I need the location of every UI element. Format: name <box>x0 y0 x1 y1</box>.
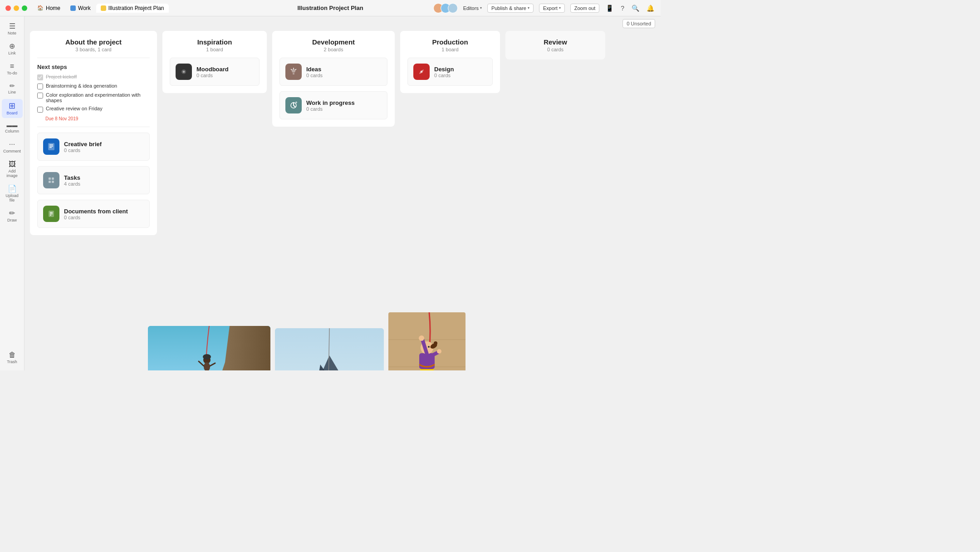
checkbox-brainstorm[interactable] <box>37 84 43 89</box>
sidebar-item-note[interactable]: ☰ Note <box>2 20 23 38</box>
title-bar: 🏠 Home Work Illustration Project Plan Sa… <box>0 0 661 16</box>
card-name-creative-brief: Creative brief <box>64 141 102 148</box>
work-icon <box>70 5 76 11</box>
illustration-icon <box>101 5 106 11</box>
card-info-tasks: Tasks 4 cards <box>64 174 80 187</box>
close-button[interactable] <box>5 5 11 11</box>
sidebar-item-addimage[interactable]: 🖼 Add image <box>2 158 23 181</box>
device-icon[interactable]: 📱 <box>605 4 614 13</box>
column-about-subtitle: 3 boards, 1 card <box>37 47 150 52</box>
svg-line-19 <box>291 69 292 70</box>
draw-icon: ✏ <box>9 210 15 217</box>
board-card-ideas[interactable]: Ideas 0 cards <box>279 58 387 86</box>
card-info-creative-brief: Creative brief 0 cards <box>64 141 102 153</box>
design-icon <box>413 64 430 80</box>
chevron-down-icon: ▾ <box>480 6 482 10</box>
board-card-wip[interactable]: Work in progress 0 cards <box>279 91 387 119</box>
sidebar-item-board[interactable]: ⊞ Board <box>2 99 23 118</box>
checklist-item-label: Color exploration and experimentation wi… <box>46 92 150 103</box>
svg-point-53 <box>428 346 430 348</box>
svg-point-55 <box>419 335 424 341</box>
card-count-tasks: 4 cards <box>64 181 80 187</box>
tab-home[interactable]: 🏠 Home <box>33 4 65 13</box>
sidebar-label-todo: To-do <box>7 71 17 75</box>
checkbox-done[interactable] <box>37 74 43 80</box>
climbing-photo-1 <box>148 326 270 370</box>
publish-share-button[interactable]: Publish & share ▾ <box>487 4 534 13</box>
svg-point-51 <box>434 341 437 345</box>
sidebar-item-line[interactable]: ✏ Line <box>2 80 23 97</box>
columns-row: About the project 3 boards, 1 card Next … <box>30 31 655 235</box>
zoom-out-button[interactable]: Zoom out <box>570 4 599 13</box>
export-button[interactable]: Export ▾ <box>539 4 565 13</box>
search-icon[interactable]: 🔍 <box>631 4 640 13</box>
sidebar-item-trash[interactable]: 🗑 Trash <box>2 349 23 367</box>
notification-icon[interactable]: 🔔 <box>646 4 655 13</box>
tasks-icon <box>43 172 59 188</box>
sidebar-item-comment[interactable]: ··· Comment <box>2 138 23 156</box>
editors-label: Editors <box>463 5 479 11</box>
wip-icon <box>285 97 302 113</box>
home-icon: 🏠 <box>37 5 44 11</box>
svg-line-18 <box>295 69 296 70</box>
column-about-title: About the project <box>37 38 150 46</box>
svg-rect-7 <box>52 181 54 183</box>
trash-icon: 🗑 <box>9 351 16 359</box>
chevron-down-icon: ▾ <box>528 6 529 10</box>
publish-share-label: Publish & share <box>491 5 526 11</box>
sidebar-item-uploadfile[interactable]: 📄 Upload file <box>2 182 23 205</box>
editors-button[interactable]: Editors ▾ <box>463 5 482 11</box>
column-development-subtitle: 2 boards <box>279 47 387 52</box>
help-icon[interactable]: ? <box>620 4 625 13</box>
svg-point-25 <box>203 354 211 360</box>
sidebar-item-column[interactable]: ▬▬ Column <box>2 120 23 136</box>
sidebar-item-todo[interactable]: ≡ To-do <box>2 60 23 78</box>
unsorted-button[interactable]: 0 Unsorted <box>622 19 655 28</box>
svg-rect-6 <box>49 181 51 183</box>
next-steps-title: Next steps <box>37 64 150 70</box>
divider <box>37 127 150 127</box>
column-development-title: Development <box>279 38 387 46</box>
board-card-documents[interactable]: Documents from client 0 cards <box>37 200 150 228</box>
sidebar-label-line: Line <box>8 90 16 94</box>
todo-icon: ≡ <box>10 63 14 70</box>
svg-rect-4 <box>49 177 51 180</box>
column-review-header: Review 0 cards <box>513 38 598 52</box>
line-icon: ✏ <box>10 83 15 89</box>
card-count-wip: 0 cards <box>306 106 355 112</box>
tab-work-label: Work <box>78 5 91 11</box>
checkbox-color[interactable] <box>37 93 43 99</box>
sidebar-item-link[interactable]: ⊕ Link <box>2 40 23 58</box>
fullscreen-button[interactable] <box>22 5 27 11</box>
board-card-moodboard[interactable]: Moodboard 0 cards <box>170 58 260 86</box>
checkbox-review[interactable] <box>37 107 43 113</box>
card-info-documents: Documents from client 0 cards <box>64 208 128 220</box>
board-scroll[interactable]: About the project 3 boards, 1 card Next … <box>24 31 661 370</box>
export-label: Export <box>543 5 558 11</box>
board-card-tasks[interactable]: Tasks 4 cards <box>37 166 150 194</box>
app-body: ☰ Note ⊕ Link ≡ To-do ✏ Line ⊞ Board ▬▬ … <box>0 16 661 370</box>
climbing-photo-2 <box>275 328 384 370</box>
card-count-moodboard: 0 cards <box>196 73 229 78</box>
checklist-item: Project kickoff <box>37 74 150 80</box>
images-section <box>148 244 655 370</box>
sidebar-label-addimage: Add image <box>4 169 21 178</box>
tab-work[interactable]: Work <box>66 4 95 13</box>
ideas-icon <box>285 64 302 80</box>
traffic-lights <box>5 5 27 11</box>
column-inspiration: Inspiration 1 board Moodboard <box>162 31 267 93</box>
creative-brief-icon <box>43 138 59 155</box>
board-icon: ⊞ <box>9 102 15 110</box>
board-card-creative-brief[interactable]: Creative brief 0 cards <box>37 133 150 161</box>
card-count-creative-brief: 0 cards <box>64 148 102 153</box>
avatar <box>448 3 458 13</box>
checklist-item: Color exploration and experimentation wi… <box>37 92 150 103</box>
sidebar: ☰ Note ⊕ Link ≡ To-do ✏ Line ⊞ Board ▬▬ … <box>0 16 24 370</box>
tab-illustration[interactable]: Illustration Project Plan <box>96 4 169 13</box>
minimize-button[interactable] <box>14 5 19 11</box>
column-production: Production 1 board Design 0 cards <box>400 31 500 93</box>
board-card-design[interactable]: Design 0 cards <box>407 58 493 86</box>
column-review-title: Review <box>513 38 598 46</box>
tab-home-label: Home <box>46 5 60 11</box>
sidebar-item-draw[interactable]: ✏ Draw <box>2 207 23 225</box>
